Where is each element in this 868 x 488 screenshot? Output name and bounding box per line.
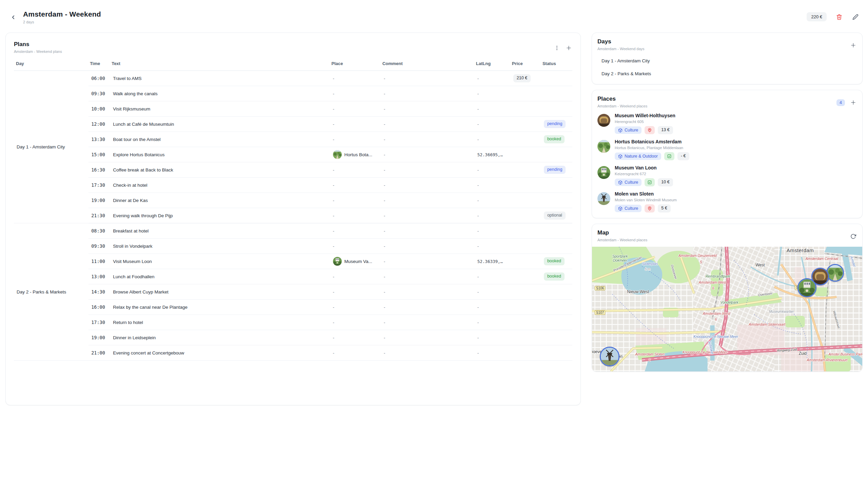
place-list-item[interactable]: Museum Willet-HolthuysenHerengracht 605C… — [597, 113, 857, 134]
plan-latlng-value: - — [477, 167, 479, 172]
add-day-button[interactable] — [850, 42, 857, 49]
edit-trip-button[interactable] — [852, 13, 859, 21]
places-title: Places — [597, 96, 647, 102]
days-subtitle: Amsterdam - Weekend days — [597, 47, 645, 51]
plan-latlng-value: - — [477, 213, 479, 218]
place-thumbnail — [597, 192, 610, 205]
map-pin-icon — [647, 128, 652, 133]
plan-row[interactable]: 16:30Coffee break at Back to Black---pen… — [14, 162, 572, 178]
plan-text: Evening walk through De Pijp — [110, 208, 330, 223]
plan-price — [511, 101, 541, 117]
plan-time: 17:30 — [88, 315, 110, 330]
plan-row[interactable]: 10:00Visit Rijksmuseum--- — [14, 101, 572, 117]
plan-row[interactable]: Day 1 - Amsterdam City06:00Travel to AMS… — [14, 71, 572, 86]
plan-row[interactable]: 13:00Lunch at Foodhallen---booked — [14, 269, 572, 284]
plan-text: Stroll in Vondelpark — [110, 239, 330, 254]
place-list-item[interactable]: Hortus Botanicus AmsterdamHortus Botanic… — [597, 139, 857, 160]
map-label: Vondelpark — [721, 300, 738, 304]
place-thumbnail — [597, 114, 610, 127]
plan-row[interactable]: 17:30Return to hotel--- — [14, 315, 572, 330]
map-label: 5 — [700, 260, 702, 264]
plan-price — [511, 239, 541, 254]
map-label: 6 — [715, 317, 717, 321]
plan-comment-value: - — [384, 76, 386, 81]
plan-text: Browse Albert Cuyp Market — [110, 284, 330, 300]
map-marker[interactable] — [600, 347, 619, 366]
plan-place: - — [330, 208, 381, 223]
plan-comment-value: - — [384, 152, 386, 157]
plan-row[interactable]: 11:00Visit Museum LoonMuseum Va...-52.36… — [14, 254, 572, 269]
plan-status — [541, 223, 572, 239]
plan-row[interactable]: 13:30Boat tour on the Amstel---booked — [14, 132, 572, 147]
page-title: Amsterdam - Weekend — [23, 10, 807, 18]
plan-comment: - — [381, 147, 475, 162]
plan-row[interactable]: 19:00Dinner in Leidseplein--- — [14, 330, 572, 345]
back-button[interactable] — [9, 13, 18, 22]
map-canvas[interactable]: AmsterdamAmsterdam CentraalSportpark Ook… — [592, 247, 862, 371]
plan-row[interactable]: 09:30Stroll in Vondelpark--- — [14, 239, 572, 254]
place-name: Molen van Sloten — [615, 191, 677, 197]
plan-text: Boat tour on the Amstel — [110, 132, 330, 147]
garden-photo — [827, 265, 843, 281]
plan-comment-value: - — [384, 198, 386, 203]
plans-menu-button[interactable] — [553, 44, 560, 52]
day-list-item[interactable]: Day 2 - Parks & Markets — [597, 67, 857, 80]
plan-latlng-value: - — [477, 274, 479, 279]
plan-row[interactable]: 12:00Lunch at Café de Museumtuin---pendi… — [14, 117, 572, 132]
map-label: Amsterdam-Rivierenbuurt — [807, 358, 848, 362]
windmill-photo — [597, 192, 610, 205]
plan-latlng-value: - — [477, 183, 479, 188]
plan-place: - — [330, 269, 381, 284]
plan-row[interactable]: 21:00Evening concert at Concertgebouw--- — [14, 345, 572, 361]
plans-column-header: Place — [330, 59, 381, 71]
places-count-badge: 4 — [836, 99, 845, 106]
plan-place-empty: - — [333, 335, 335, 340]
plan-price — [511, 330, 541, 345]
plan-text: Evening concert at Concertgebouw — [110, 345, 330, 361]
plan-row[interactable]: 17:30Check-in at hotel--- — [14, 178, 572, 193]
plan-day-label: Day 1 - Amsterdam City — [14, 71, 88, 223]
plan-place: - — [330, 239, 381, 254]
plan-status: optional — [541, 208, 572, 223]
plan-latlng: 52.36695,… — [475, 147, 511, 162]
plan-comment: - — [381, 254, 475, 269]
plans-table-header-row: DayTimeTextPlaceCommentLatLngPriceStatus — [14, 59, 572, 71]
map-marker[interactable] — [797, 278, 816, 297]
plan-time: 21:30 — [88, 208, 110, 223]
plan-row[interactable]: 14:30Browse Albert Cuyp Market--- — [14, 284, 572, 300]
plan-place-empty: - — [333, 76, 335, 81]
place-name: Hortus Botanicus Amsterdam — [615, 139, 689, 144]
plan-row[interactable]: 16:00Relax by the canal near De Plantage… — [14, 300, 572, 315]
add-plan-button[interactable] — [565, 44, 572, 52]
cube-icon — [618, 180, 623, 185]
add-place-button[interactable] — [850, 99, 857, 106]
plan-latlng: - — [475, 178, 511, 193]
plan-latlng-value: - — [477, 76, 479, 81]
plan-time: 12:00 — [88, 117, 110, 132]
places-list: Museum Willet-HolthuysenHerengracht 605C… — [597, 113, 857, 212]
plan-status-badge: booked — [544, 272, 565, 281]
place-list-item[interactable]: Molen van SlotenMolen van Sloten Windmil… — [597, 191, 857, 212]
map-label: Nieuw-West — [627, 290, 649, 294]
plan-latlng: - — [475, 269, 511, 284]
map-label: Amsterdam — [787, 247, 814, 253]
plan-row[interactable]: 15:00Explore Hortus BotanicusHortus Bota… — [14, 147, 572, 162]
plan-row[interactable]: 19:00Dinner at De Kas--- — [14, 193, 572, 208]
cube-icon — [618, 128, 623, 133]
map-refresh-button[interactable] — [850, 233, 857, 240]
plan-price — [511, 147, 541, 162]
plan-text: Dinner in Leidseplein — [110, 330, 330, 345]
plan-comment-value: - — [384, 274, 386, 279]
plan-row[interactable]: 21:30Evening walk through De Pijp---opti… — [14, 208, 572, 223]
plan-comment: - — [381, 86, 475, 101]
refresh-icon — [850, 233, 856, 239]
plan-row[interactable]: 09:30Walk along the canals--- — [14, 86, 572, 101]
day-list-item[interactable]: Day 1 - Amsterdam City — [597, 54, 857, 67]
plan-row[interactable]: Day 2 - Parks & Markets08:30Breakfast at… — [14, 223, 572, 239]
plan-price — [511, 162, 541, 178]
plan-comment-value: - — [384, 183, 386, 188]
map-marker[interactable] — [826, 264, 844, 282]
place-list-item[interactable]: Museum Van LoonKeizersgracht 672Culture1… — [597, 165, 857, 186]
plan-place-chip: Museum Va... — [333, 257, 378, 266]
delete-trip-button[interactable] — [835, 13, 843, 21]
